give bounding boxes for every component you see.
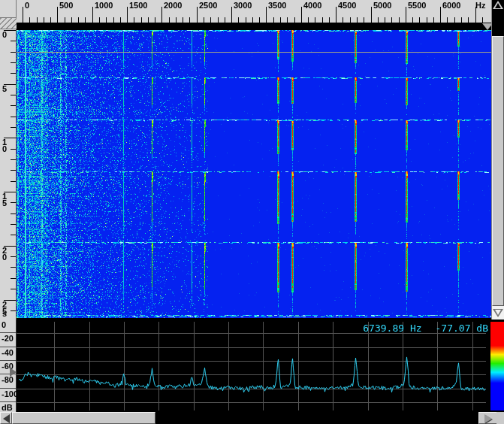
hz-unit-label: Hz (475, 1, 485, 10)
spectrum-canvas[interactable] (17, 322, 486, 410)
db-axis-cell: -20 (0, 333, 16, 347)
corner-cell (0, 0, 17, 18)
up-arrow-icon (493, 1, 503, 9)
left-arrow-icon (3, 414, 10, 423)
db-cursor-marker-icon (10, 368, 17, 377)
db-axis-cell: -100 (0, 389, 16, 402)
horizontal-scroll-trough[interactable] (155, 412, 478, 424)
db-axis-label: -20 (2, 334, 14, 343)
freq-ruler-label: 4000 (303, 1, 321, 10)
time-ruler[interactable]: s 0510152025 (0, 29, 17, 320)
time-ruler-label: 25 (2, 301, 10, 315)
horizontal-scroll-thumb[interactable] (12, 412, 155, 424)
db-axis-cell: 0 (0, 320, 16, 333)
frequency-ruler[interactable]: Hz 0500100015002000250030003500400045005… (17, 0, 491, 23)
freq-ruler-label: 6000 (442, 1, 460, 10)
scroll-left-button[interactable] (0, 412, 12, 424)
db-axis-label: dB (2, 403, 13, 412)
down-arrow-icon (493, 309, 503, 317)
db-axis-label: 0 (2, 320, 6, 329)
time-ruler-label: 10 (2, 139, 10, 153)
freq-ruler-label: 2500 (199, 1, 217, 10)
freq-ruler-label: 5000 (373, 1, 391, 10)
vertical-scroll-thumb[interactable] (492, 36, 504, 306)
time-ruler-label: 0 (2, 32, 10, 38)
db-axis: 0 -20 -40 -60 -80 -100 dB (0, 320, 17, 412)
freq-ruler-label: 500 (59, 1, 73, 10)
freq-ruler-label: 5500 (408, 1, 426, 10)
db-axis-cell: -40 (0, 347, 16, 361)
resize-hatch-corner (0, 18, 17, 29)
time-ruler-ticks (0, 29, 17, 320)
db-axis-label: -100 (2, 389, 18, 398)
spectrogram-top-gap (17, 23, 491, 30)
freq-ruler-label: 4500 (338, 1, 356, 10)
freq-ruler-label: 2000 (164, 1, 182, 10)
cursor-level-readout: -77.07 dB (436, 323, 488, 334)
cursor-readout: 6739.89 Hz -77.07 dB (363, 323, 488, 334)
vertical-scrollbar[interactable] (491, 0, 504, 320)
db-axis-label: -40 (2, 348, 14, 357)
scroll-up-button[interactable] (492, 0, 504, 11)
scroll-down-button[interactable] (492, 306, 504, 320)
cursor-frequency-readout: 6739.89 Hz (363, 323, 421, 334)
spectrogram-canvas[interactable] (17, 30, 491, 320)
freq-ruler-label: 1000 (95, 1, 113, 10)
signal-analyzer-window: Hz 0500100015002000250030003500400045005… (0, 0, 504, 424)
freq-ruler-label: 1500 (129, 1, 147, 10)
freq-ruler-label: 3500 (268, 1, 286, 10)
time-ruler-label: 20 (2, 247, 10, 261)
time-ruler-label: 5 (2, 86, 10, 92)
db-axis-cell: dB (0, 402, 16, 411)
right-arrow-icon (484, 414, 492, 423)
freq-ruler-label: 0 (25, 1, 29, 10)
scroll-right-button[interactable] (478, 412, 496, 424)
scrollbar-corner (496, 412, 504, 424)
intensity-colorbar[interactable] (490, 322, 504, 410)
horizontal-scrollbar[interactable] (0, 412, 504, 424)
time-ruler-label: 15 (2, 193, 10, 207)
spectrum-panel: 6739.89 Hz -77.07 dB (17, 320, 504, 412)
freq-ruler-label: 3000 (234, 1, 252, 10)
